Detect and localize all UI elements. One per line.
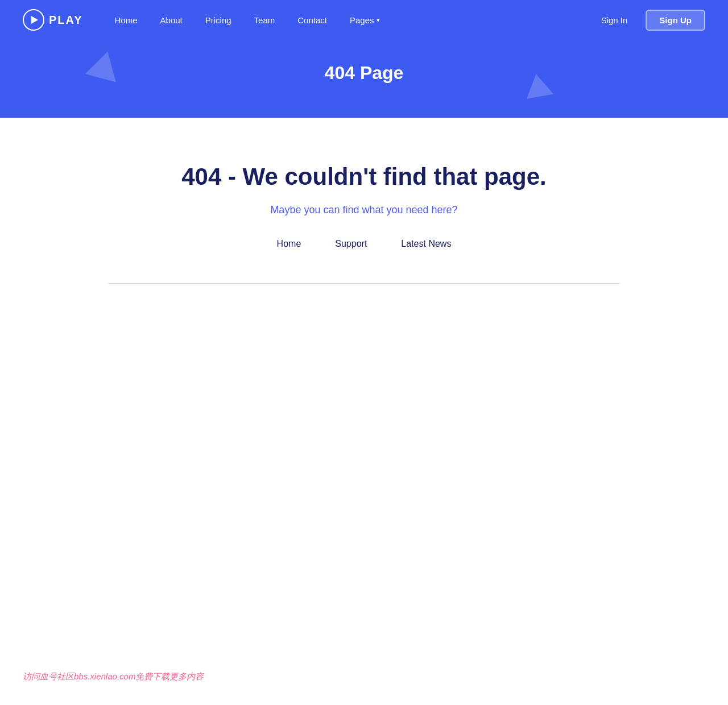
logo-icon [23,9,44,31]
header: PLAY Home About Pricing Team Contact Pag… [0,0,728,118]
triangle-right-decoration [523,72,553,99]
nav-auth: Sign In Sign Up [592,10,705,31]
nav-links: Home About Pricing Team Contact Pages ▾ [106,11,592,30]
quick-link-home[interactable]: Home [277,239,301,249]
quick-links: Home Support Latest News [23,239,705,249]
error-subtext: Maybe you can find what you need here? [23,204,705,216]
nav-team[interactable]: Team [245,11,284,30]
brand-name: PLAY [49,14,83,27]
nav-pricing[interactable]: Pricing [196,11,241,30]
quick-link-support[interactable]: Support [335,239,367,249]
main-content: 404 - We couldn't find that page. Maybe … [0,118,728,341]
nav-about[interactable]: About [151,11,192,30]
nav-pages[interactable]: Pages ▾ [341,11,389,30]
nav-home[interactable]: Home [106,11,147,30]
sign-up-button[interactable]: Sign Up [646,10,705,31]
watermark: 访问血号社区bbs.xienlao.com免费下载更多内容 [23,671,204,682]
divider [108,283,620,284]
chevron-down-icon: ▾ [377,16,380,24]
nav-contact[interactable]: Contact [288,11,336,30]
logo-link[interactable]: PLAY [23,9,83,31]
navbar: PLAY Home About Pricing Team Contact Pag… [0,0,728,40]
hero-banner: 404 Page [0,40,728,118]
quick-link-latest-news[interactable]: Latest News [401,239,451,249]
sign-in-button[interactable]: Sign In [592,11,637,30]
error-heading: 404 - We couldn't find that page. [23,163,705,190]
nav-pages-label: Pages [350,15,374,25]
